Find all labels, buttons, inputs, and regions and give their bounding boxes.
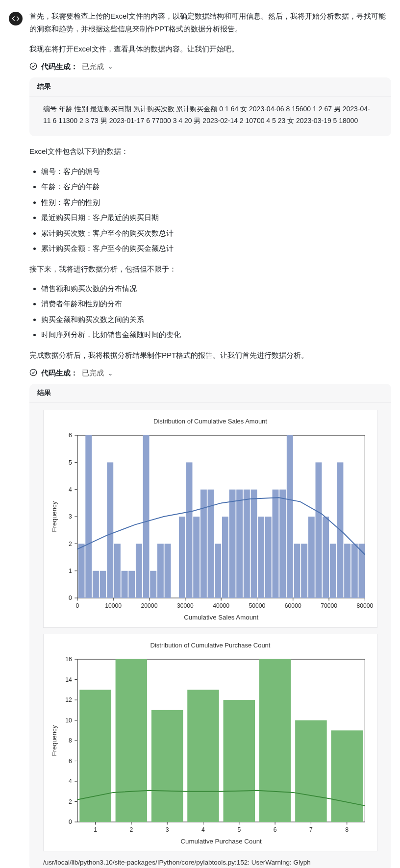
svg-rect-16 xyxy=(179,517,185,598)
body-text: Excel文件包含以下列的数据： xyxy=(29,145,391,158)
svg-text:40000: 40000 xyxy=(213,602,229,609)
analysis-list: 销售额和购买次数的分布情况 消费者年龄和性别的分布 购买金额和购买次数之间的关系… xyxy=(29,282,391,341)
svg-rect-25 xyxy=(244,490,250,598)
svg-text:Cumulative Sales Amount: Cumulative Sales Amount xyxy=(184,614,258,621)
svg-rect-34 xyxy=(308,517,315,598)
svg-rect-10 xyxy=(128,571,135,598)
svg-text:0: 0 xyxy=(75,602,79,609)
svg-text:10000: 10000 xyxy=(105,602,122,609)
svg-rect-21 xyxy=(215,544,221,598)
svg-text:60000: 60000 xyxy=(285,602,301,609)
svg-rect-79 xyxy=(151,710,183,821)
svg-rect-11 xyxy=(136,544,142,598)
svg-rect-78 xyxy=(116,659,148,822)
svg-text:2: 2 xyxy=(129,826,133,833)
svg-text:8: 8 xyxy=(69,737,72,744)
svg-text:8: 8 xyxy=(345,826,349,833)
svg-point-1 xyxy=(30,369,36,375)
svg-rect-26 xyxy=(251,490,257,598)
svg-rect-77 xyxy=(79,690,111,822)
svg-text:6: 6 xyxy=(69,432,72,439)
svg-text:14: 14 xyxy=(65,676,72,683)
svg-text:Cumulative Purchase Count: Cumulative Purchase Count xyxy=(181,838,262,845)
list-item: 编号：客户的编号 xyxy=(41,165,391,178)
list-item: 消费者年龄和性别的分布 xyxy=(41,298,391,310)
svg-text:70000: 70000 xyxy=(321,602,337,609)
svg-rect-80 xyxy=(187,690,219,822)
svg-rect-32 xyxy=(294,544,300,598)
svg-text:3: 3 xyxy=(69,514,72,521)
body-text: 首先，我需要检查上传的Excel文件的内容，以确定数据结构和可用信息。然后，我将… xyxy=(29,10,391,36)
svg-rect-12 xyxy=(143,435,150,598)
svg-rect-14 xyxy=(157,544,164,598)
svg-rect-35 xyxy=(316,463,322,598)
chart-svg: 123456780246810121416Cumulative Purchase… xyxy=(48,654,373,849)
svg-rect-9 xyxy=(122,571,128,598)
svg-rect-15 xyxy=(165,544,171,598)
svg-text:3: 3 xyxy=(166,826,169,833)
svg-rect-40 xyxy=(351,544,358,598)
svg-text:7: 7 xyxy=(309,826,313,833)
svg-rect-24 xyxy=(236,490,243,598)
body-text: 我现在将打开Excel文件，查看具体的数据内容。让我们开始吧。 xyxy=(29,43,391,55)
svg-text:Frequency: Frequency xyxy=(50,501,58,532)
svg-rect-7 xyxy=(107,463,113,598)
check-circle-icon xyxy=(29,369,37,378)
svg-text:30000: 30000 xyxy=(177,602,194,609)
svg-text:12: 12 xyxy=(65,696,72,703)
svg-rect-82 xyxy=(259,659,291,822)
chart-sales-amount: Distribution of Cumulative Sales Amount … xyxy=(43,410,377,627)
codegen-status: 已完成 xyxy=(82,62,104,72)
svg-text:2: 2 xyxy=(69,541,72,547)
svg-rect-3 xyxy=(78,544,85,598)
result-block-1: 结果 编号 年龄 性别 最近购买日期 累计购买次数 累计购买金额 0 1 64 … xyxy=(29,77,391,137)
chart-title: Distribution of Cumulative Purchase Coun… xyxy=(48,638,373,654)
svg-text:6: 6 xyxy=(69,758,72,765)
svg-rect-33 xyxy=(301,544,307,598)
body-text: 完成数据分析后，我将根据分析结果制作PPT格式的报告。让我们首先进行数据分析。 xyxy=(29,349,391,362)
svg-rect-5 xyxy=(93,571,99,598)
codegen-label: 代码生成： xyxy=(41,62,78,72)
svg-rect-23 xyxy=(229,490,236,598)
svg-text:4: 4 xyxy=(69,486,72,493)
svg-text:5: 5 xyxy=(237,826,241,833)
chevron-down-icon: ⌄ xyxy=(108,63,113,70)
svg-rect-30 xyxy=(279,490,286,598)
codegen-status: 已完成 xyxy=(82,369,104,378)
svg-text:6: 6 xyxy=(274,826,277,833)
svg-rect-17 xyxy=(186,463,193,598)
assistant-avatar xyxy=(9,12,23,25)
svg-text:1: 1 xyxy=(94,826,97,833)
codegen-status-row[interactable]: 代码生成： 已完成 ⌄ xyxy=(29,62,391,72)
svg-text:0: 0 xyxy=(69,595,72,602)
result-header: 结果 xyxy=(29,384,391,403)
svg-text:1: 1 xyxy=(69,568,72,574)
svg-point-0 xyxy=(30,63,36,69)
svg-text:10: 10 xyxy=(65,717,72,724)
svg-text:20000: 20000 xyxy=(141,602,158,609)
svg-rect-81 xyxy=(224,700,255,822)
svg-rect-22 xyxy=(222,517,228,598)
list-item: 累计购买金额：客户至今的购买金额总计 xyxy=(41,242,391,255)
codegen-status-row[interactable]: 代码生成： 已完成 ⌄ xyxy=(29,369,391,378)
result-body: 编号 年龄 性别 最近购买日期 累计购买次数 累计购买金额 0 1 64 女 2… xyxy=(29,97,391,137)
svg-rect-8 xyxy=(114,544,121,598)
list-item: 时间序列分析，比如销售金额随时间的变化 xyxy=(41,328,391,341)
svg-text:50000: 50000 xyxy=(249,602,266,609)
result-header: 结果 xyxy=(29,77,391,97)
svg-text:4: 4 xyxy=(201,826,205,833)
svg-text:2: 2 xyxy=(69,798,72,805)
svg-text:80000: 80000 xyxy=(356,602,373,609)
list-item: 购买金额和购买次数之间的关系 xyxy=(41,313,391,326)
svg-rect-27 xyxy=(258,517,264,598)
chart-title: Distribution of Cumulative Sales Amount xyxy=(48,414,373,430)
svg-rect-19 xyxy=(200,490,207,598)
svg-rect-36 xyxy=(323,517,329,598)
svg-rect-37 xyxy=(330,544,336,598)
svg-text:0: 0 xyxy=(69,818,72,825)
code-icon xyxy=(12,15,20,23)
svg-rect-31 xyxy=(287,435,293,598)
list-item: 年龄：客户的年龄 xyxy=(41,180,391,193)
svg-rect-18 xyxy=(193,517,200,598)
svg-rect-83 xyxy=(295,720,327,821)
